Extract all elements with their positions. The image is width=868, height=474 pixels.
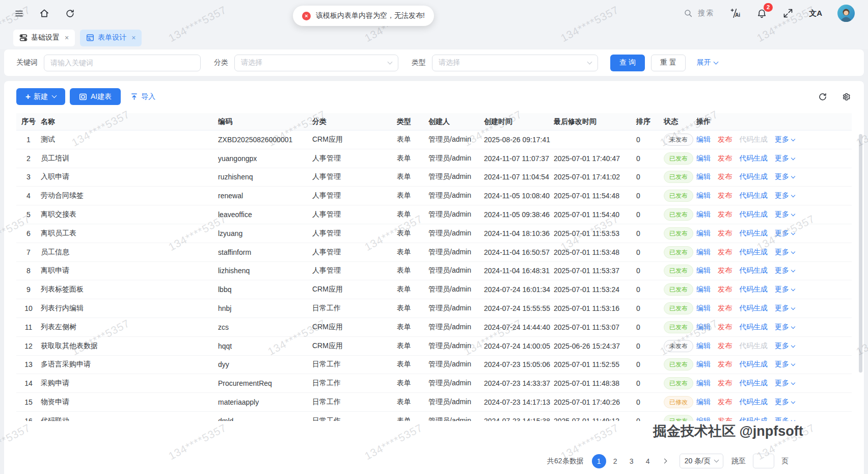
next-page-button[interactable] (658, 454, 671, 468)
vertical-scrollbar[interactable] (859, 134, 862, 373)
table-refresh-icon[interactable] (817, 91, 828, 102)
more-link[interactable]: 更多 (775, 135, 795, 144)
codegen-link[interactable]: 代码生成 (739, 191, 768, 200)
edit-link[interactable]: 编辑 (696, 416, 711, 421)
ai-assistant-icon[interactable]: Ai (729, 8, 741, 19)
cell-created: 2024-11-04 18:10:36 (484, 229, 554, 238)
keyword-input[interactable] (50, 59, 194, 67)
edit-link[interactable]: 编辑 (696, 229, 711, 238)
jump-page-input[interactable] (753, 454, 774, 468)
more-link[interactable]: 更多 (775, 398, 795, 407)
codegen-link[interactable]: 代码生成 (739, 172, 768, 181)
publish-link[interactable]: 发布 (718, 379, 732, 388)
menu-icon[interactable] (13, 8, 24, 19)
codegen-link[interactable]: 代码生成 (739, 398, 768, 407)
tab-form-design[interactable]: 表单设计 × (80, 30, 142, 46)
edit-link[interactable]: 编辑 (696, 360, 711, 369)
codegen-link[interactable]: 代码生成 (739, 323, 768, 332)
global-search[interactable]: 搜索 (684, 9, 714, 18)
new-button[interactable]: + 新建 (16, 88, 65, 105)
publish-link[interactable]: 发布 (718, 416, 732, 421)
cell-name: 离职交接表 (41, 210, 218, 219)
close-icon[interactable]: × (65, 34, 69, 42)
expand-button[interactable]: 展开 (697, 58, 718, 67)
toast-text: 该模板内表单内容为空，无法发布! (316, 11, 425, 20)
more-link[interactable]: 更多 (775, 285, 795, 294)
category-select[interactable]: 请选择 (234, 55, 398, 71)
codegen-link[interactable]: 代码生成 (739, 229, 768, 238)
refresh-icon[interactable] (64, 8, 75, 19)
more-link[interactable]: 更多 (775, 379, 795, 388)
publish-link[interactable]: 发布 (718, 154, 732, 163)
user-avatar[interactable] (837, 5, 855, 22)
home-icon[interactable] (39, 8, 50, 19)
edit-link[interactable]: 编辑 (696, 266, 711, 275)
publish-link[interactable]: 发布 (718, 248, 732, 257)
page-button-3[interactable]: 3 (625, 454, 639, 468)
publish-link[interactable]: 发布 (718, 398, 732, 407)
edit-link[interactable]: 编辑 (696, 248, 711, 257)
tab-basic-settings[interactable]: 基础设置 × (13, 30, 75, 46)
svg-text:Ai: Ai (735, 12, 740, 18)
more-link[interactable]: 更多 (775, 360, 795, 369)
reset-button[interactable]: 重 置 (651, 55, 686, 71)
search-button[interactable]: 查 询 (610, 55, 645, 71)
codegen-link[interactable]: 代码生成 (739, 379, 768, 388)
page-button-2[interactable]: 2 (608, 454, 622, 468)
more-link[interactable]: 更多 (775, 341, 795, 351)
page-button-4[interactable]: 4 (641, 454, 655, 468)
publish-link[interactable]: 发布 (718, 172, 732, 181)
publish-link[interactable]: 发布 (718, 135, 732, 144)
codegen-link[interactable]: 代码生成 (739, 154, 768, 163)
edit-link[interactable]: 编辑 (696, 323, 711, 332)
more-link[interactable]: 更多 (775, 191, 795, 200)
more-link[interactable]: 更多 (775, 323, 795, 332)
edit-link[interactable]: 编辑 (696, 135, 711, 144)
more-link[interactable]: 更多 (775, 266, 795, 275)
edit-link[interactable]: 编辑 (696, 341, 711, 351)
codegen-link[interactable]: 代码生成 (739, 416, 768, 421)
edit-link[interactable]: 编辑 (696, 191, 711, 200)
publish-link[interactable]: 发布 (718, 285, 732, 294)
page-size-select[interactable]: 20 条/页 (680, 454, 723, 468)
codegen-link[interactable]: 代码生成 (739, 360, 768, 369)
edit-link[interactable]: 编辑 (696, 304, 711, 313)
publish-link[interactable]: 发布 (718, 360, 732, 369)
gear-icon[interactable] (840, 91, 852, 102)
edit-link[interactable]: 编辑 (696, 398, 711, 407)
import-button[interactable]: 导入 (130, 92, 155, 101)
close-icon[interactable]: × (131, 34, 135, 42)
codegen-link[interactable]: 代码生成 (739, 248, 768, 257)
publish-link[interactable]: 发布 (718, 323, 732, 332)
more-link[interactable]: 更多 (775, 154, 795, 163)
translate-icon[interactable]: 文A (809, 9, 822, 18)
cell-actions: 编辑发布代码生成更多 (696, 360, 852, 369)
codegen-link[interactable]: 代码生成 (739, 210, 768, 219)
publish-link[interactable]: 发布 (718, 191, 732, 200)
publish-link[interactable]: 发布 (718, 304, 732, 313)
publish-link[interactable]: 发布 (718, 266, 732, 275)
codegen-link[interactable]: 代码生成 (739, 285, 768, 294)
publish-link[interactable]: 发布 (718, 210, 732, 219)
publish-link[interactable]: 发布 (718, 229, 732, 238)
edit-link[interactable]: 编辑 (696, 379, 711, 388)
more-link[interactable]: 更多 (775, 304, 795, 313)
edit-link[interactable]: 编辑 (696, 172, 711, 181)
cell-no: 8 (16, 267, 41, 275)
more-link[interactable]: 更多 (775, 172, 795, 181)
codegen-link[interactable]: 代码生成 (739, 266, 768, 275)
page-button-1[interactable]: 1 (592, 454, 606, 468)
fullscreen-icon[interactable] (782, 8, 794, 19)
publish-link[interactable]: 发布 (718, 341, 732, 351)
ai-create-table-button[interactable]: AI建表 (70, 88, 121, 105)
more-link[interactable]: 更多 (775, 210, 795, 219)
notifications-button[interactable]: 2 (756, 8, 767, 19)
type-select[interactable]: 请选择 (432, 55, 598, 71)
more-link[interactable]: 更多 (775, 416, 795, 421)
codegen-link[interactable]: 代码生成 (739, 304, 768, 313)
edit-link[interactable]: 编辑 (696, 210, 711, 219)
more-link[interactable]: 更多 (775, 229, 795, 238)
edit-link[interactable]: 编辑 (696, 154, 711, 163)
more-link[interactable]: 更多 (775, 248, 795, 257)
edit-link[interactable]: 编辑 (696, 285, 711, 294)
